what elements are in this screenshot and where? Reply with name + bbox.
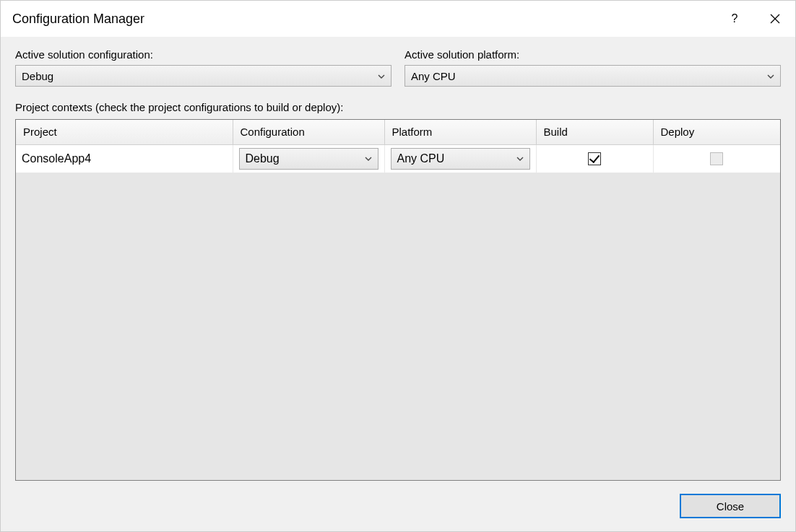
chevron-down-icon — [767, 71, 774, 80]
window-title: Configuration Manager — [12, 12, 144, 27]
solution-config-group: Active solution configuration: Debug — [15, 48, 391, 87]
table-row: ConsoleApp4 Debug Any CPU — [16, 144, 780, 173]
cell-deploy — [653, 144, 780, 173]
build-checkbox[interactable] — [588, 152, 601, 165]
solution-platform-value: Any CPU — [411, 70, 456, 82]
solution-selectors: Active solution configuration: Debug Act… — [15, 48, 781, 87]
deploy-checkbox — [710, 152, 723, 165]
row-platform-dropdown[interactable]: Any CPU — [391, 148, 530, 170]
col-deploy[interactable]: Deploy — [653, 120, 780, 144]
col-configuration[interactable]: Configuration — [233, 120, 384, 144]
dialog-content: Active solution configuration: Debug Act… — [1, 37, 795, 531]
cell-platform: Any CPU — [384, 144, 536, 173]
solution-platform-group: Active solution platform: Any CPU — [405, 48, 781, 87]
chevron-down-icon — [365, 154, 372, 162]
row-platform-value: Any CPU — [397, 152, 445, 165]
cell-configuration: Debug — [233, 144, 384, 173]
grid-header-row: Project Configuration Platform Build Dep… — [16, 120, 780, 144]
solution-platform-label: Active solution platform: — [405, 48, 781, 61]
solution-config-label: Active solution configuration: — [15, 48, 391, 61]
window-controls: ? — [714, 1, 795, 37]
col-build[interactable]: Build — [536, 120, 653, 144]
project-contexts-grid: Project Configuration Platform Build Dep… — [15, 119, 781, 481]
row-config-value: Debug — [246, 152, 280, 165]
close-button-label: Close — [717, 500, 744, 513]
row-config-dropdown[interactable]: Debug — [239, 148, 378, 170]
grid-table: Project Configuration Platform Build Dep… — [16, 120, 780, 173]
col-project[interactable]: Project — [16, 120, 233, 144]
help-icon: ? — [732, 12, 738, 25]
chevron-down-icon — [378, 71, 385, 80]
close-window-button[interactable] — [755, 1, 795, 37]
close-icon — [770, 14, 780, 24]
cell-build — [536, 144, 653, 173]
chevron-down-icon — [516, 154, 524, 162]
grid-empty-area — [16, 173, 780, 481]
cell-project: ConsoleApp4 — [16, 144, 233, 173]
dialog-footer: Close — [15, 481, 781, 518]
titlebar: Configuration Manager ? — [1, 1, 795, 37]
project-contexts-label: Project contexts (check the project conf… — [15, 101, 781, 113]
solution-config-dropdown[interactable]: Debug — [15, 65, 391, 87]
help-button[interactable]: ? — [714, 1, 755, 37]
col-platform[interactable]: Platform — [384, 120, 536, 144]
solution-platform-dropdown[interactable]: Any CPU — [405, 65, 781, 87]
solution-config-value: Debug — [22, 70, 53, 82]
close-button[interactable]: Close — [680, 494, 781, 518]
